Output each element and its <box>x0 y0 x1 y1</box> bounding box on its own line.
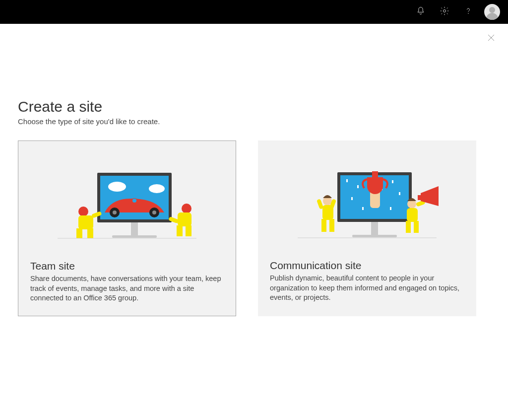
svg-rect-31 <box>346 179 348 182</box>
communication-site-illustration <box>270 152 464 252</box>
team-site-description: Share documents, have conversations with… <box>30 274 224 303</box>
communication-site-description: Publish dynamic, beautiful content to pe… <box>270 274 464 303</box>
svg-rect-24 <box>186 225 191 236</box>
svg-rect-32 <box>357 185 359 188</box>
svg-rect-6 <box>131 222 138 235</box>
svg-rect-39 <box>390 207 391 210</box>
page-title: Create a site <box>18 98 490 115</box>
close-icon <box>487 33 496 44</box>
help-button[interactable] <box>456 0 480 24</box>
svg-rect-45 <box>329 219 334 232</box>
suite-bar <box>0 0 508 24</box>
svg-rect-29 <box>371 222 378 235</box>
svg-rect-54 <box>418 195 423 200</box>
svg-point-13 <box>152 210 156 214</box>
page-subtitle: Choose the type of site you'd like to cr… <box>18 117 490 126</box>
user-avatar[interactable] <box>484 4 500 20</box>
svg-rect-38 <box>362 207 364 210</box>
svg-point-8 <box>108 182 126 192</box>
svg-rect-44 <box>321 219 326 232</box>
gear-icon <box>440 6 449 18</box>
bell-icon <box>416 6 426 18</box>
site-type-cards: Team site Share documents, have conversa… <box>18 140 490 316</box>
svg-rect-49 <box>407 208 418 222</box>
svg-rect-18 <box>76 228 82 238</box>
team-site-title: Team site <box>30 260 224 272</box>
question-icon <box>463 6 473 18</box>
create-site-panel: Create a site Choose the type of site yo… <box>0 24 508 316</box>
notifications-button[interactable] <box>409 0 433 24</box>
svg-rect-46 <box>317 199 323 210</box>
svg-rect-22 <box>178 212 191 226</box>
svg-point-1 <box>468 13 468 13</box>
svg-rect-25 <box>168 216 179 223</box>
svg-point-15 <box>132 199 136 203</box>
svg-rect-17 <box>78 215 93 229</box>
svg-point-16 <box>78 207 88 216</box>
svg-point-0 <box>444 10 446 12</box>
svg-rect-7 <box>112 235 157 238</box>
communication-site-title: Communication site <box>270 260 464 272</box>
svg-rect-35 <box>392 180 393 183</box>
team-site-illustration <box>30 153 224 252</box>
svg-rect-50 <box>406 221 411 233</box>
close-button[interactable] <box>483 31 499 47</box>
svg-rect-19 <box>87 228 93 238</box>
team-site-card[interactable]: Team site Share documents, have conversa… <box>18 140 236 316</box>
svg-rect-37 <box>351 197 353 200</box>
svg-rect-23 <box>177 225 183 236</box>
svg-point-11 <box>113 210 117 214</box>
svg-rect-51 <box>414 221 419 233</box>
svg-point-9 <box>149 184 165 193</box>
communication-site-card[interactable]: Communication site Publish dynamic, beau… <box>258 140 476 316</box>
settings-button[interactable] <box>433 0 456 24</box>
svg-rect-36 <box>399 192 400 195</box>
svg-rect-30 <box>352 235 397 237</box>
svg-rect-41 <box>372 171 378 178</box>
svg-point-21 <box>182 204 191 213</box>
